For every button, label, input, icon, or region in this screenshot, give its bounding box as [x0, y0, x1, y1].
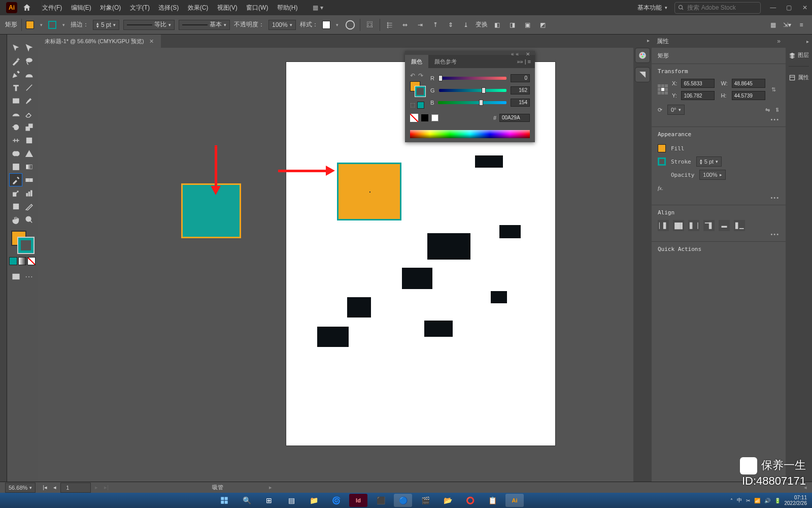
swatches-dock-icon[interactable] — [635, 68, 650, 82]
black-rect[interactable] — [499, 225, 521, 238]
recolor-icon[interactable] — [345, 19, 356, 30]
menu-view[interactable]: 视图(V) — [217, 4, 238, 11]
black-rect[interactable] — [427, 233, 470, 260]
prefs-icon[interactable]: ≡ — [796, 19, 807, 30]
win-close[interactable]: ✕ — [798, 4, 812, 11]
gradient-tool[interactable] — [23, 161, 35, 173]
search-box[interactable]: 搜索 Adobe Stock — [674, 2, 761, 14]
stroke-width-input[interactable]: ▴▾5 pt▾ — [93, 20, 119, 30]
stroke-dropdown[interactable]: ▾ — [60, 22, 66, 27]
align-btn-left[interactable]: ▏▋ — [658, 220, 669, 231]
none-swatch[interactable] — [410, 114, 418, 122]
reference-point[interactable] — [658, 84, 668, 94]
g-value[interactable]: 162 — [511, 86, 530, 94]
graph-tool[interactable] — [23, 187, 35, 199]
stroke-swatch[interactable] — [48, 21, 56, 29]
width-tool[interactable] — [10, 134, 22, 146]
white-swatch[interactable] — [431, 114, 438, 121]
panel-close-icon[interactable]: ✕ — [526, 51, 532, 57]
black-rect[interactable] — [491, 291, 507, 303]
edit-toolbar-icon[interactable]: ⋯ — [23, 270, 35, 282]
color-dock-icon[interactable] — [635, 48, 650, 62]
cube-icon[interactable]: ⬚ — [410, 102, 415, 109]
line-tool[interactable] — [23, 81, 35, 93]
scale-tool[interactable] — [23, 121, 35, 133]
menu-object[interactable]: 对象(O) — [100, 4, 121, 11]
notes-icon[interactable]: 📋 — [483, 494, 501, 507]
app-logo[interactable]: Ai — [6, 2, 17, 13]
rotate-input[interactable]: 0°▾ — [667, 105, 685, 115]
b-value[interactable]: 154 — [511, 99, 530, 107]
align-hc-icon[interactable]: ⇔ — [399, 19, 411, 30]
panel-collapse-icon[interactable]: «« — [511, 51, 521, 57]
redo-color-icon[interactable]: ↷ — [418, 72, 423, 79]
black-swatch[interactable] — [421, 114, 428, 121]
video-task-icon[interactable]: 🎬 — [416, 494, 434, 507]
illustrator-task-icon[interactable]: Ai — [505, 494, 524, 507]
perspective-tool[interactable] — [23, 147, 35, 160]
x-input[interactable] — [681, 79, 715, 88]
black-rect[interactable] — [317, 327, 349, 347]
tray-input[interactable]: ✂ — [746, 498, 750, 503]
align-btn-top[interactable]: ▔▋ — [703, 220, 715, 231]
curvature-tool[interactable] — [23, 68, 35, 80]
dock-collapse-icon[interactable]: ▸ — [647, 38, 650, 43]
menu-type[interactable]: 文字(T) — [130, 4, 150, 11]
fill-stroke-widget[interactable] — [11, 231, 33, 253]
page-nav[interactable]: |◂◂1▸▸| — [41, 483, 111, 493]
pathfinder-icon[interactable]: ◨ — [507, 19, 518, 30]
black-rect[interactable] — [475, 155, 503, 168]
opacity-input[interactable]: 100%▾ — [268, 20, 296, 30]
properties-dock-button[interactable]: 属性 — [787, 74, 810, 81]
undo-color-icon[interactable]: ↶ — [410, 72, 415, 79]
color-tab[interactable]: 颜色 — [405, 55, 428, 68]
rectangle-tool[interactable] — [10, 94, 22, 107]
explorer-icon[interactable]: 📁 — [304, 494, 323, 507]
indesign-icon[interactable]: Id — [349, 494, 367, 507]
artboard-tool[interactable] — [10, 200, 22, 212]
menu-effect[interactable]: 效果(C) — [188, 4, 209, 11]
appearance-stroke-swatch[interactable] — [658, 157, 666, 166]
r-value[interactable]: 0 — [511, 74, 530, 82]
tray-sound-icon[interactable]: 🔊 — [764, 498, 770, 503]
align-top-icon[interactable]: ⤒ — [430, 19, 441, 30]
properties-menu-icon[interactable]: » — [777, 38, 781, 45]
win-max[interactable]: ▢ — [782, 4, 796, 11]
magic-wand-tool[interactable] — [10, 55, 22, 67]
properties-tab[interactable]: 属性 — [657, 37, 669, 46]
opacity-input-2[interactable]: 100%▸ — [699, 170, 725, 180]
hand-tool[interactable] — [10, 213, 22, 226]
tray-date[interactable]: 2022/2/26 — [785, 500, 807, 506]
hex-value[interactable]: 00A29A — [499, 114, 530, 122]
color-guide-tab[interactable]: 颜色参考 — [428, 55, 463, 68]
align-artboard-icon[interactable]: ⇲▾ — [782, 19, 793, 30]
selection-tool[interactable] — [10, 42, 22, 54]
win-min[interactable]: — — [766, 4, 780, 11]
paintbrush-tool[interactable] — [23, 94, 35, 107]
search-taskbar-icon[interactable]: 🔍 — [238, 494, 256, 507]
browser-task-icon[interactable]: 🔵 — [394, 494, 412, 507]
align-more[interactable]: ••• — [658, 231, 780, 237]
edge-icon[interactable]: 🌀 — [327, 494, 345, 507]
tool-stroke-swatch[interactable] — [18, 238, 33, 253]
chrome-icon[interactable]: ⭕ — [461, 494, 479, 507]
color-mode-gradient[interactable] — [18, 257, 26, 265]
brush-def[interactable]: 基本▾ — [179, 20, 230, 30]
style-swatch[interactable] — [322, 21, 330, 29]
menu-window[interactable]: 窗口(W) — [246, 4, 268, 11]
w-input[interactable] — [732, 79, 765, 88]
eraser-tool[interactable] — [23, 108, 35, 120]
orange-rectangle-object[interactable] — [337, 163, 401, 220]
zoom-tool[interactable] — [23, 213, 35, 226]
color-mode-solid[interactable] — [9, 257, 17, 265]
stroke-width-input-2[interactable]: ▴▾5 pt▾ — [696, 156, 722, 167]
direct-selection-tool[interactable] — [23, 42, 35, 54]
panel-menu-icon[interactable]: »» | ≡ — [517, 58, 531, 65]
tab-close-icon[interactable]: ✕ — [149, 38, 154, 45]
tray-battery-icon[interactable]: 🔋 — [774, 498, 781, 503]
align-vc-icon[interactable]: ⇕ — [445, 19, 456, 30]
pen-tool[interactable] — [10, 68, 22, 80]
blend-tool[interactable] — [23, 174, 35, 186]
panel-fill-stroke[interactable] — [410, 81, 425, 97]
arrange-docs-icon[interactable]: ▦ ▾ — [313, 4, 323, 11]
